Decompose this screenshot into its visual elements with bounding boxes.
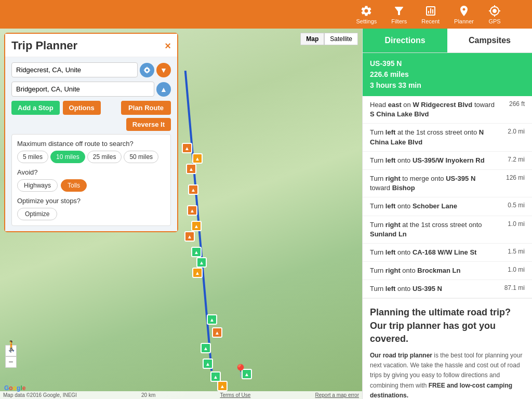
map-footer: Map data ©2016 Google, INEGI 20 km Terms…: [0, 391, 362, 399]
tab-directions[interactable]: Directions: [363, 29, 447, 52]
campsite-marker-2: ▲: [186, 164, 196, 174]
campsite-marker-7: ▲: [184, 231, 195, 242]
gps-label: GPS: [488, 18, 500, 24]
promo-text: Our road trip planner is the best tool f…: [370, 351, 525, 399]
origin-input[interactable]: [11, 62, 138, 77]
route-highway: US-395 N: [370, 58, 525, 69]
campsite-marker-14: ▲: [203, 358, 213, 369]
settings-label: Settings: [356, 18, 377, 24]
reverse-btn-row: Reverse It: [11, 118, 171, 131]
planner-icon-item[interactable]: Planner: [454, 5, 474, 24]
filters-label: Filters: [391, 18, 407, 24]
planner-label: Planner: [454, 18, 474, 24]
campsite-marker-16: ▲: [217, 381, 228, 391]
main-container: Map Satellite ▲ ▲ ▲ ▲ ▲ ▲ ▲ ▲ ▲ ▲ ▲ ▲ ▲ …: [0, 29, 532, 399]
optimize-btn[interactable]: Optimize: [17, 208, 57, 220]
destination-input[interactable]: [11, 82, 154, 97]
map-report[interactable]: Report a map error: [315, 392, 359, 398]
destination-up-btn[interactable]: ▲: [156, 82, 171, 97]
tab-campsites[interactable]: Campsites: [447, 29, 532, 52]
origin-down-btn[interactable]: ▼: [156, 63, 171, 77]
trip-panel-header: Trip Planner ×: [5, 34, 177, 57]
map-area: Map Satellite ▲ ▲ ▲ ▲ ▲ ▲ ▲ ▲ ▲ ▲ ▲ ▲ ▲ …: [0, 29, 362, 399]
zoom-out-btn[interactable]: −: [5, 356, 17, 368]
campsite-marker-12: ▲: [212, 327, 222, 338]
map-type-satellite-btn[interactable]: Satellite: [324, 33, 358, 45]
action-btn-row: Add a Stop Options Plan Route: [11, 101, 171, 115]
campsite-marker-15: ▲: [210, 371, 221, 382]
avoid-tolls-btn[interactable]: Tolls: [61, 179, 87, 192]
campsite-marker-5: ▲: [187, 205, 197, 216]
campsite-marker-10: ▲: [192, 268, 203, 278]
campsite-marker-13: ▲: [201, 343, 211, 353]
dist-btn-50[interactable]: 50 miles: [124, 151, 158, 163]
map-scale: 20 km: [141, 392, 155, 398]
direction-item-6: Turn left onto CA-168 W/W Line St 1.5 mi: [363, 244, 532, 262]
direction-item-2: Turn left onto US-395/W Inyokern Rd 7.2 …: [363, 152, 532, 170]
promo-title: Planning the ultimate road trip? Our tri…: [370, 306, 525, 345]
directions-list: Head east on W Ridgecrest Blvd toward S …: [363, 96, 532, 298]
trip-planner-panel: Trip Planner × ▼ ▲: [4, 33, 178, 232]
campsite-marker-3: ▲: [192, 153, 203, 164]
campsite-marker-6: ▲: [191, 221, 202, 231]
map-type-map-btn[interactable]: Map: [300, 33, 324, 45]
campsite-marker-9: ▲: [196, 257, 207, 268]
recent-icon-item[interactable]: Recent: [421, 5, 440, 24]
planner-icon: [458, 5, 470, 17]
campsite-marker-11: ▲: [207, 314, 217, 325]
destination-row: ▲: [11, 82, 171, 97]
direction-item-3: Turn right to merge onto US-395 N toward…: [363, 170, 532, 197]
trip-panel-title: Trip Planner: [11, 39, 77, 52]
dist-btn-5[interactable]: 5 miles: [17, 151, 48, 163]
direction-item-4: Turn left onto Schober Lane 0.5 mi: [363, 197, 532, 216]
trip-panel-close-btn[interactable]: ×: [165, 40, 171, 52]
map-type-toggle: Map Satellite: [300, 33, 358, 45]
direction-item-8: Turn left onto US-395 N 87.1 mi: [363, 280, 532, 298]
settings-icon: [360, 5, 373, 17]
dist-btn-25[interactable]: 25 miles: [87, 151, 122, 163]
trip-panel-body: ▼ ▲ Add a Stop Options Plan Route Revers…: [5, 57, 177, 231]
tab-bar: Directions Campsites: [363, 29, 532, 53]
add-stop-btn[interactable]: Add a Stop: [11, 101, 60, 115]
avoid-buttons: Highways Tolls: [17, 179, 165, 192]
optimize-label: Optimize your stops?: [17, 197, 165, 205]
promo-intro: Our road trip planner: [370, 352, 432, 359]
map-terms[interactable]: Terms of Use: [220, 392, 250, 398]
right-panel: Directions Campsites US-395 N 226.6 mile…: [362, 29, 532, 399]
street-view-icon[interactable]: 🚶: [5, 340, 18, 352]
options-btn[interactable]: Options: [63, 101, 101, 115]
origin-locate-btn[interactable]: [140, 63, 154, 77]
promo-section: Planning the ultimate road trip? Our tri…: [363, 298, 532, 399]
direction-item-7: Turn right onto Brockman Ln 1.0 mi: [363, 262, 532, 280]
campsite-marker-8: ▲: [191, 247, 202, 257]
max-distance-label: Maximum distance off route to search?: [17, 140, 165, 148]
settings-icon-item[interactable]: Settings: [356, 5, 377, 24]
origin-row: ▼: [11, 62, 171, 77]
avoid-highways-btn[interactable]: Highways: [17, 179, 58, 192]
direction-item-1: Turn left at the 1st cross street onto N…: [363, 124, 532, 151]
reverse-btn[interactable]: Reverse It: [126, 118, 171, 131]
options-section: Maximum distance off route to search? 5 …: [11, 134, 171, 226]
filters-icon-item[interactable]: Filters: [391, 5, 407, 24]
route-summary: US-395 N 226.6 miles 3 hours 33 min: [363, 53, 532, 96]
recent-label: Recent: [421, 18, 440, 24]
campsite-marker-4: ▲: [188, 184, 198, 195]
toolbar: Settings Filters Recent Planner GPS: [0, 0, 532, 29]
map-data-credit: Map data ©2016 Google, INEGI: [3, 392, 77, 398]
filters-icon: [393, 5, 405, 17]
route-miles: 226.6 miles: [370, 69, 525, 80]
recent-icon: [424, 5, 437, 17]
toolbar-icons: Settings Filters Recent Planner GPS: [356, 5, 501, 24]
google-logo: Google: [4, 384, 25, 392]
compass-icon: [143, 66, 151, 74]
gps-icon: [488, 5, 501, 17]
route-time: 3 hours 33 min: [370, 80, 525, 91]
plan-route-btn[interactable]: Plan Route: [121, 101, 171, 115]
direction-item-0: Head east on W Ridgecrest Blvd toward S …: [363, 96, 532, 124]
destination-marker: 📍: [233, 364, 248, 378]
direction-item-5: Turn right at the 1st cross street onto …: [363, 216, 532, 244]
dist-btn-10[interactable]: 10 miles: [50, 151, 85, 163]
campsite-marker-1: ▲: [182, 143, 192, 153]
distance-buttons: 5 miles 10 miles 25 miles 50 miles: [17, 151, 165, 163]
gps-icon-item[interactable]: GPS: [488, 5, 501, 24]
